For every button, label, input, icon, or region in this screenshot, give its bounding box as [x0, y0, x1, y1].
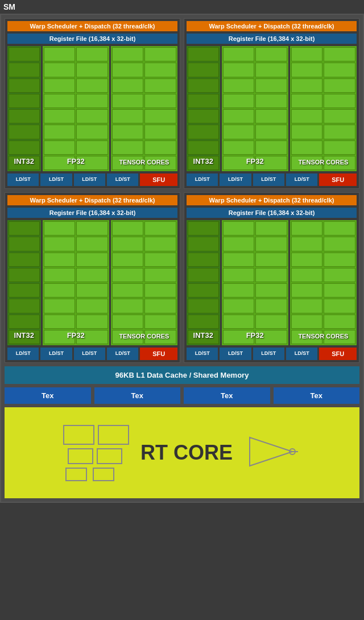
cell: [255, 268, 287, 282]
fp32-label-2: FP32: [222, 155, 288, 167]
cell: [144, 78, 176, 93]
sm-container: Warp Scheduler + Dispatch (32 thread/clk…: [0, 14, 364, 503]
cell: [144, 221, 176, 235]
cell: [223, 109, 255, 123]
cell: [44, 63, 76, 77]
register-file-1: Register File (16,384 x 32-bit): [7, 34, 177, 44]
int32-label-2: INT32: [187, 155, 220, 167]
cell: [144, 94, 176, 108]
cell: [223, 268, 255, 282]
cell: [188, 63, 219, 77]
cell: [44, 268, 76, 282]
ldst-3-2: LD/ST: [40, 348, 72, 360]
cell: [76, 94, 108, 108]
cell: [112, 237, 144, 251]
cell: [9, 253, 40, 267]
cell: [9, 268, 40, 282]
rt-box-top: [63, 425, 94, 445]
register-file-2: Register File (16,384 x 32-bit): [187, 34, 357, 44]
ldst-2-2: LD/ST: [220, 173, 251, 186]
cell: [188, 94, 219, 108]
cell: [76, 299, 108, 313]
cell: [255, 109, 287, 123]
cell: [223, 78, 255, 93]
cell: [112, 47, 144, 61]
cell: [144, 47, 176, 61]
cell: [255, 315, 287, 329]
cell: [291, 78, 323, 93]
fp32-unit-2: FP32: [222, 46, 288, 171]
cell: [76, 315, 108, 329]
tex-row: Tex Tex Tex Tex: [5, 387, 359, 404]
compute-units-3: INT32 FP32: [7, 220, 177, 345]
cell: [144, 109, 176, 123]
cell: [291, 140, 323, 155]
tex-unit-4: Tex: [274, 387, 360, 404]
cell: [324, 109, 355, 123]
cell: [255, 47, 287, 61]
ldst-1-1: LD/ST: [7, 173, 39, 186]
cell: [9, 140, 40, 155]
ldst-3-4: LD/ST: [107, 348, 138, 360]
rt-box-mid2: [97, 448, 122, 464]
cell: [255, 78, 287, 93]
compute-units-1: INT32 FP32: [7, 46, 177, 171]
cell: [188, 299, 219, 313]
cell: [76, 283, 108, 297]
quadrants-grid: Warp Scheduler + Dispatch (32 thread/clk…: [5, 18, 359, 363]
cell: [291, 47, 323, 61]
cell: [188, 268, 219, 282]
cell: [324, 221, 355, 235]
cell: [255, 253, 287, 267]
int32-unit-4: INT32: [187, 220, 220, 345]
cell: [324, 140, 355, 155]
cell: [291, 299, 323, 313]
int32-unit-1: INT32: [7, 46, 41, 171]
cell: [144, 253, 176, 267]
ldst-2-1: LD/ST: [187, 173, 218, 186]
cell: [112, 221, 144, 235]
sm-label: SM: [0, 0, 364, 14]
quadrant-1: Warp Scheduler + Dispatch (32 thread/clk…: [5, 18, 180, 189]
sfu-4: SFU: [319, 348, 357, 360]
ldst-3-3: LD/ST: [74, 348, 105, 360]
cell: [188, 253, 219, 267]
svg-marker-0: [250, 437, 292, 466]
cell: [144, 63, 176, 77]
cell: [291, 63, 323, 77]
cell: [324, 283, 355, 297]
cell: [324, 94, 355, 108]
cell: [255, 237, 287, 251]
rt-box-top2: [98, 425, 129, 445]
sfu-2: SFU: [319, 173, 357, 186]
cell: [324, 63, 355, 77]
quadrant-2: Warp Scheduler + Dispatch (32 thread/clk…: [184, 18, 359, 189]
cell: [291, 109, 323, 123]
ldst-4-3: LD/ST: [253, 348, 284, 360]
cell: [44, 253, 76, 267]
bottom-units-2: LD/ST LD/ST LD/ST LD/ST SFU: [187, 173, 357, 186]
cell: [112, 253, 144, 267]
tensor-unit-1: TENSOR CORES: [111, 46, 177, 171]
cell: [223, 125, 255, 139]
tensor-unit-2: TENSOR CORES: [290, 46, 357, 171]
int32-unit-3: INT32: [7, 220, 41, 345]
ldst-1-3: LD/ST: [74, 173, 105, 186]
cell: [76, 253, 108, 267]
l1-cache: 96KB L1 Data Cache / Shared Memory: [5, 366, 359, 384]
cell: [188, 47, 219, 61]
cell: [291, 283, 323, 297]
cell: [112, 63, 144, 77]
cell: [291, 268, 323, 282]
rt-core-section: RT CORE: [5, 407, 359, 498]
cell: [188, 109, 219, 123]
register-file-3: Register File (16,384 x 32-bit): [7, 208, 177, 218]
cell: [223, 253, 255, 267]
cell: [324, 299, 355, 313]
cell: [223, 47, 255, 61]
cell: [291, 125, 323, 139]
rt-triangle-svg: [244, 432, 301, 472]
cell: [188, 140, 219, 155]
cell: [44, 109, 76, 123]
cell: [9, 299, 40, 313]
